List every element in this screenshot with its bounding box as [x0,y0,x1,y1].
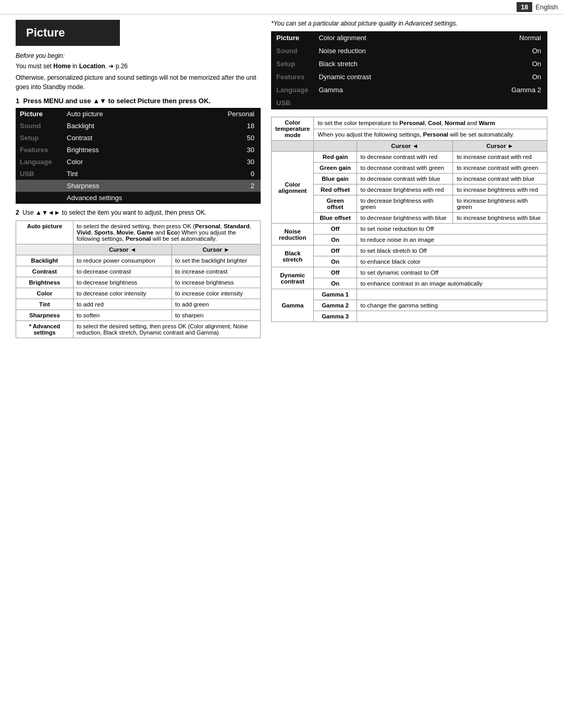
color-label: Color [16,288,74,299]
black-stretch-label: Black stretch [272,245,314,267]
red-offset-left: to decrease brightness with red [357,184,453,195]
menu-cat-setup: Setup [16,132,63,144]
menu-item-auto: Auto picture [63,108,188,120]
backlight-right: to set the backlight brighter [172,255,261,266]
backlight-left: to reduce power consumption [74,255,172,266]
cursor-header-row: Cursor ◄ Cursor ► [272,141,547,152]
right-val-color-align: Normal [455,31,547,44]
red-offset-right: to increase brightness with red [453,184,547,195]
menu-item-sharpness: Sharpness [63,180,188,192]
menu-val-tint: 0 [188,168,261,180]
menu-row: USB Tint 0 [16,168,261,180]
menu-val-contrast: 50 [188,132,261,144]
blue-offset-right: to increase brightness with blue [453,213,547,224]
menu-item-color: Color [63,156,188,168]
menu-item-brightness: Brightness [63,144,188,156]
sharpness-label: Sharpness [16,310,74,321]
intro-line-2: Otherwise, personalized picture and soun… [16,73,261,92]
menu-item-tint: Tint [63,168,188,180]
color-temp-row: Color temperature mode to set the color … [272,117,547,129]
menu-row: Advanced settings [16,192,261,204]
advanced-settings-label: * Advanced settings [16,321,74,338]
main-content: Picture Before you begin: You must set H… [0,15,563,347]
menu-cat-usb: USB [16,168,63,180]
note-text: *You can set a particular about picture … [271,20,547,27]
right-menu-row: Sound Noise reduction On [271,44,547,57]
tint-right: to add green [172,299,261,310]
right-val-dynamic: On [455,70,547,83]
language-label: English [535,3,558,11]
noise-off-label: Off [314,224,357,235]
picture-title: Picture [16,20,120,46]
black-off-desc: to set black stretch to Off [357,245,547,256]
menu-row: Sound Backlight 18 [16,120,261,132]
menu-row-sharpness: Sharpness 2 [16,180,261,192]
tint-left: to add red [74,299,172,310]
gamma-label: Gamma [272,289,314,322]
page-number: 18 [517,2,532,12]
cursor-header-row: Cursor ◄ Cursor ► [16,244,261,255]
auto-picture-label: Auto picture [16,221,74,244]
gamma1-desc [357,289,547,300]
right-cat-picture: Picture [271,31,313,44]
color-row: Color to decrease color intensity to inc… [16,288,261,299]
green-offset-label: Green offset [314,195,357,213]
right-menu-row: USB [271,96,547,109]
green-gain-label: Green gain [314,163,357,174]
step1-label: 1 Press MENU and use ▲▼ to select Pictur… [16,97,261,105]
right-cat-language: Language [271,83,313,96]
brightness-right: to increase brightness [172,277,261,288]
right-item-color-align: Color alignment [313,31,455,44]
menu-row: Picture Auto picture Personal [16,108,261,120]
contrast-right: to increase contrast [172,266,261,277]
brightness-left: to decrease brightness [74,277,172,288]
gamma3-label: Gamma 3 [314,311,357,322]
noise-on-desc: to reduce noise in an image [357,235,547,245]
gamma1-label: Gamma 1 [314,289,357,300]
right-val-black: On [455,57,547,70]
color-temp-desc: to set the color temperature to Personal… [314,117,547,129]
auto-picture-desc: to select the desired setting, then pres… [74,221,261,244]
red-gain-right: to increase contrast with red [453,152,547,163]
menu-item-contrast: Contrast [63,132,188,144]
menu-val-backlight: 18 [188,120,261,132]
contrast-left: to decrease contrast [74,266,172,277]
black-on-label: On [314,256,357,267]
menu-cat-features: Features [16,144,63,156]
color-alignment-label: Color alignment [272,152,314,224]
right-column: *You can set a particular about picture … [271,20,547,341]
menu-cat-picture: Picture [16,108,63,120]
brightness-label: Brightness [16,277,74,288]
menu-val-sharpness: 2 [188,180,261,192]
dynamic-on-label: On [314,278,357,289]
color-temp-label: Color temperature mode [272,117,314,141]
right-cat-sound: Sound [271,44,313,57]
cursor-right-header: Cursor ► [172,244,261,255]
right-cat-usb: USB [271,96,313,109]
intro-line-1: You must set Home in Location. ➜ p.26 [16,61,261,71]
blue-offset-left: to decrease brightness with blue [357,213,453,224]
sharpness-row: Sharpness to soften to sharpen [16,310,261,321]
tint-row: Tint to add red to add green [16,299,261,310]
blue-gain-left: to decrease contrast with blue [357,174,453,184]
dynamic-on-desc: to enhance contrast in an image automati… [357,278,547,289]
noise-off-desc: to set noise reduction to Off [357,224,547,235]
detail-table: Color temperature mode to set the color … [271,117,547,322]
page-header: 18 English [0,0,563,15]
blue-gain-right: to increase contrast with blue [453,174,547,184]
red-gain-label: Red gain [314,152,357,163]
blue-gain-label: Blue gain [314,174,357,184]
color-left: to decrease color intensity [74,288,172,299]
noise-off-row: Noise reduction Off to set noise reducti… [272,224,547,235]
black-off-row: Black stretch Off to set black stretch t… [272,245,547,256]
dynamic-contrast-label: Dynamic contrast [272,267,314,289]
left-column: Picture Before you begin: You must set H… [16,20,261,341]
color-temp-desc2: When you adjust the following settings, … [314,129,547,141]
gamma2-desc: to change the gamma setting [357,300,547,311]
green-gain-right: to increase contrast with green [453,163,547,174]
menu-cat-language: Language [16,156,63,168]
red-gain-row: Color alignment Red gain to decrease con… [272,152,547,163]
black-off-label: Off [314,245,357,256]
green-offset-left: to decrease brightness with green [357,195,453,213]
right-item-dynamic: Dynamic contrast [313,70,455,83]
